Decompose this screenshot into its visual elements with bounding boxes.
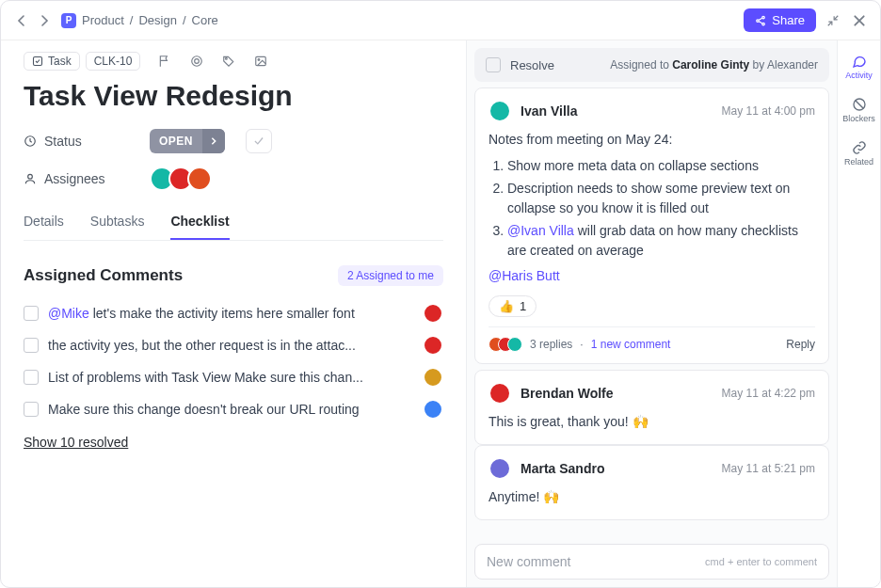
assignee-avatars[interactable] xyxy=(150,167,212,191)
rail-label: Related xyxy=(844,157,873,167)
task-type-chip[interactable]: Task xyxy=(24,52,80,71)
status-label: Status xyxy=(24,134,136,149)
composer-placeholder: New comment xyxy=(487,554,570,569)
assigned-comment-text: Make sure this change doesn't break our … xyxy=(48,402,406,417)
assigned-to-text: Assigned to Caroline Ginty by Alexander xyxy=(610,58,818,72)
assigned-comment-text: List of problems with Task View Make sur… xyxy=(48,370,406,385)
svg-point-6 xyxy=(226,58,228,60)
comment-author: Marta Sandro xyxy=(521,461,604,476)
comment-time: May 11 at 4:22 pm xyxy=(722,387,815,400)
image-icon[interactable] xyxy=(251,52,270,71)
mention[interactable]: @Haris Butt xyxy=(489,268,560,283)
avatar[interactable] xyxy=(423,399,443,420)
nav-forward-button[interactable] xyxy=(35,11,54,30)
comment-body: This is great, thank you! 🙌 xyxy=(489,412,815,433)
rail-activity[interactable]: Activity xyxy=(839,48,880,86)
comment-author: Brendan Wolfe xyxy=(521,386,614,401)
assignees-label: Assignees xyxy=(24,171,136,186)
new-comment-link[interactable]: 1 new comment xyxy=(591,338,671,351)
comment-body: Notes from meeting on May 24: Show more … xyxy=(489,130,815,286)
reply-button[interactable]: Reply xyxy=(786,338,815,351)
chat-icon xyxy=(852,54,867,69)
share-icon xyxy=(755,15,766,26)
assigned-comment-row[interactable]: List of problems with Task View Make sur… xyxy=(24,361,443,393)
rail-label: Activity xyxy=(845,71,873,80)
comment-time: May 11 at 4:00 pm xyxy=(722,104,815,118)
share-label: Share xyxy=(772,13,805,27)
thumbs-up-icon: 👍 xyxy=(499,299,514,313)
status-value: OPEN xyxy=(150,135,202,148)
task-title[interactable]: Task View Redesign xyxy=(24,80,443,112)
checkbox[interactable] xyxy=(24,306,39,321)
rail-label: Blockers xyxy=(842,114,875,123)
svg-point-8 xyxy=(258,59,260,61)
rail-related[interactable]: Related xyxy=(839,135,880,172)
svg-point-2 xyxy=(762,23,765,25)
comment-author: Ivan Villa xyxy=(521,103,577,119)
comment-card: Brendan Wolfe May 11 at 4:22 pm This is … xyxy=(474,370,829,445)
comment-time: May 11 at 5:21 pm xyxy=(722,462,815,475)
avatar[interactable] xyxy=(423,335,443,356)
comment-card: Marta Sandro May 11 at 5:21 pm Anytime! … xyxy=(474,445,829,520)
sprint-icon[interactable] xyxy=(187,52,206,71)
reaction-count: 1 xyxy=(520,299,526,313)
link-icon xyxy=(852,140,867,155)
space-icon: P xyxy=(61,13,76,28)
avatar[interactable] xyxy=(187,167,212,191)
thread-card: Ivan Villa May 11 at 4:00 pm Notes from … xyxy=(474,87,829,364)
checkbox[interactable] xyxy=(24,402,39,417)
mention[interactable]: @Mike xyxy=(48,306,89,321)
resolve-checkbox[interactable] xyxy=(486,57,501,72)
svg-point-4 xyxy=(192,56,202,67)
avatar xyxy=(507,337,522,352)
avatar[interactable] xyxy=(423,303,443,324)
resolve-bar: Resolve Assigned to Caroline Ginty by Al… xyxy=(474,48,829,82)
rail-blockers[interactable]: Blockers xyxy=(839,91,880,129)
minimize-button[interactable] xyxy=(824,11,842,30)
show-resolved-link[interactable]: Show 10 resolved xyxy=(24,435,128,450)
avatar[interactable] xyxy=(489,457,511,480)
checkbox[interactable] xyxy=(24,338,39,353)
breadcrumb-item[interactable]: Core xyxy=(192,13,218,27)
breadcrumb[interactable]: P Product/ Design/ Core xyxy=(61,13,218,28)
resolve-label[interactable]: Resolve xyxy=(510,58,554,72)
task-id-chip[interactable]: CLK-10 xyxy=(86,52,141,71)
nav-back-button[interactable] xyxy=(12,11,31,30)
side-rail: Activity Blockers Related xyxy=(837,40,880,587)
close-button[interactable] xyxy=(850,11,869,30)
tab-checklist[interactable]: Checklist xyxy=(170,204,229,240)
mention[interactable]: @Ivan Villa xyxy=(507,223,574,238)
breadcrumb-item[interactable]: Design xyxy=(138,13,176,27)
avatar[interactable] xyxy=(489,382,511,405)
comment-composer[interactable]: New comment cmd + enter to comment xyxy=(474,544,829,580)
replies-count[interactable]: 3 replies xyxy=(530,338,572,351)
activity-pane: Resolve Assigned to Caroline Ginty by Al… xyxy=(466,40,837,587)
assigned-comments-heading: Assigned Comments xyxy=(24,266,183,285)
status-pill[interactable]: OPEN xyxy=(150,129,225,153)
block-icon xyxy=(852,97,867,112)
flag-icon[interactable] xyxy=(155,52,174,71)
tab-details[interactable]: Details xyxy=(24,204,64,240)
assigned-comment-row[interactable]: @Mike let's make the activity items here… xyxy=(24,297,443,329)
assigned-to-me-badge[interactable]: 2 Assigned to me xyxy=(338,265,443,286)
svg-point-1 xyxy=(757,19,760,22)
assigned-comment-row[interactable]: Make sure this change doesn't break our … xyxy=(24,393,443,425)
assigned-comment-row[interactable]: the activity yes, but the other request … xyxy=(24,329,443,361)
reaction-chip[interactable]: 👍 1 xyxy=(489,295,537,317)
tag-icon[interactable] xyxy=(219,52,238,71)
status-icon xyxy=(24,135,37,148)
checkbox[interactable] xyxy=(24,370,39,385)
status-next-button[interactable] xyxy=(202,129,225,153)
avatar[interactable] xyxy=(489,100,511,122)
mark-complete-button[interactable] xyxy=(246,129,272,153)
breadcrumb-item[interactable]: Product xyxy=(82,13,124,27)
tab-subtasks[interactable]: Subtasks xyxy=(90,204,145,240)
comment-body: Anytime! 🙌 xyxy=(489,487,815,508)
share-button[interactable]: Share xyxy=(744,8,816,32)
person-icon xyxy=(24,172,37,185)
task-detail-pane: Task CLK-10 Task View Redesign Status OP… xyxy=(1,40,466,587)
task-tabs: Details Subtasks Checklist xyxy=(24,204,443,241)
topbar: P Product/ Design/ Core Share xyxy=(1,1,880,40)
avatar[interactable] xyxy=(423,367,443,388)
svg-point-10 xyxy=(28,174,33,179)
